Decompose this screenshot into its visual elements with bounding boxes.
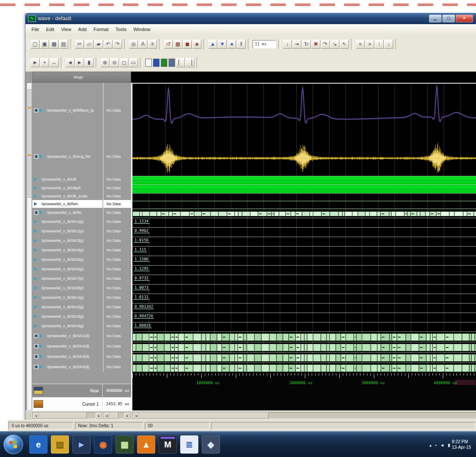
collapse-time-icon[interactable]: » [365, 40, 374, 49]
signal-row[interactable]: /qrswavelet_v_tb/SK3(d) [32, 351, 103, 362]
tray-icon[interactable]: ▮ [448, 443, 450, 448]
goto-icon[interactable]: A [138, 40, 147, 49]
expander-icon[interactable] [34, 344, 38, 348]
wave-lane-busthin[interactable] [132, 209, 476, 218]
wave-lane-low[interactable] [132, 193, 476, 201]
media-player-icon[interactable]: ► [72, 435, 91, 454]
wave-lane-value[interactable]: 0.9732 [132, 275, 476, 284]
folder-icon[interactable]: ▤ [51, 435, 69, 454]
examine-icon[interactable]: ◈ [192, 40, 201, 49]
signal-row[interactable]: /qrswavelet_v_tb/clk [32, 175, 103, 184]
vertical-scrollbar[interactable] [27, 83, 32, 410]
lock-icon[interactable]: ‖ [237, 40, 246, 49]
show-values-icon[interactable] [153, 59, 160, 67]
values-hscrollbar[interactable]: ◄► [103, 412, 131, 419]
add-cursor-icon[interactable]: ● [227, 40, 236, 49]
pdf-reader-icon[interactable]: ◆ [202, 435, 220, 454]
wave-lane-value[interactable]: 0.994726 [132, 313, 476, 322]
wave-lane-value[interactable]: 1.00826 [132, 322, 476, 332]
expander-icon[interactable] [34, 210, 38, 215]
wave-lane-value[interactable]: 1.1234 [132, 218, 476, 227]
minimize-button[interactable]: ▁ [429, 15, 442, 22]
menu-item-tools[interactable]: Tools [112, 25, 130, 33]
snap-icon[interactable]: ▕ [185, 58, 194, 67]
run-length-field[interactable]: 11 ms [253, 40, 276, 48]
wave-lane-value[interactable]: 1.0073 [132, 284, 476, 294]
step-out-icon[interactable]: ↖ [340, 40, 349, 49]
cursor-row[interactable]: Cursor 1 2453.95 us [32, 397, 131, 410]
names-hscrollbar[interactable]: ◄► [32, 412, 103, 419]
display-grid-icon[interactable] [169, 59, 175, 67]
notes-icon[interactable]: ▦ [116, 435, 134, 454]
next-edge-icon[interactable]: ► [75, 58, 84, 67]
new-file-icon[interactable]: ▢ [31, 40, 40, 49]
tray-icon[interactable]: ▴ [429, 443, 432, 448]
close-button[interactable]: ✕ [456, 15, 473, 22]
continue-icon[interactable]: ⇥ [292, 40, 301, 49]
signal-row[interactable]: /qrswavelet_v_tb/fsm [32, 200, 103, 208]
vertical-scrollbar-thumb[interactable] [28, 89, 32, 198]
wave-hscrollbar[interactable]: ◄ [132, 412, 476, 419]
wave-lane-value[interactable]: 1.1506 [132, 256, 476, 265]
wave-lane-value[interactable]: 1.0156 [132, 237, 476, 246]
signal-row[interactable]: /qrswavelet_v_tb/SK4(g) [32, 321, 103, 331]
menu-item-view[interactable]: View [58, 25, 75, 33]
wave-lane-value[interactable]: 1.1295 [132, 265, 476, 275]
find-icon[interactable]: ◎ [129, 40, 138, 49]
menu-item-add[interactable]: Add [75, 25, 90, 33]
expand-time-icon[interactable]: « [356, 40, 365, 49]
menu-item-edit[interactable]: Edit [43, 25, 58, 33]
wave-lane-analog-purple[interactable] [132, 84, 476, 139]
signal-row[interactable]: /qrswavelet_v_tb/SK1(d) [32, 331, 103, 341]
run-sim-icon[interactable]: ▦ [173, 40, 182, 49]
expander-icon[interactable] [34, 108, 38, 113]
zoom-range-icon[interactable]: ▭ [129, 58, 138, 67]
undo-icon[interactable]: ↶ [103, 40, 113, 49]
internet-explorer-icon[interactable]: e [29, 435, 47, 454]
signal-row[interactable]: /qrswavelet_v_tb/SK2(d) [32, 341, 103, 351]
next-page-icon[interactable]: ↓ [384, 40, 393, 49]
column-header[interactable]: Msgs [32, 72, 131, 83]
wave-lane-value[interactable]: 0.981342 [132, 303, 476, 313]
wave-lane-value[interactable]: 1.115 [132, 246, 476, 256]
signal-row[interactable]: /qrswavelet_v_tb/SK5(p) [32, 255, 103, 264]
zoom-in-icon[interactable]: ⊕ [100, 58, 110, 67]
redo-icon[interactable]: ↷ [113, 40, 122, 49]
open-file-icon[interactable]: ▣ [40, 40, 49, 49]
run-icon[interactable]: ↓ [283, 40, 292, 49]
signal-row[interactable]: /qrswavelet_v_tb/SK8(p) [32, 283, 103, 293]
run-all-icon[interactable]: ↻ [302, 40, 311, 49]
wave-lane-clk[interactable] [132, 185, 476, 193]
tray-icon[interactable]: ◄ [440, 443, 445, 448]
signal-row[interactable]: /qrswavelet_v_tb/SK6(p) [32, 264, 103, 274]
wave-lane-analog-yellow[interactable] [132, 139, 476, 176]
show-names-icon[interactable] [145, 59, 152, 67]
zoom-full-icon[interactable]: ◻ [119, 58, 128, 67]
zoom-out-icon[interactable]: ⊖ [110, 58, 119, 67]
word-document-icon[interactable]: ≣ [180, 435, 198, 454]
break-icon[interactable]: ✖ [311, 40, 320, 49]
modelsim-icon[interactable]: ▲ [137, 435, 155, 454]
window-titlebar[interactable]: ∿ wave - default ▁ ▢ ✕ [25, 13, 476, 24]
signal-row[interactable]: /qrswavelet_v_tb/fsr [32, 208, 103, 217]
signal-row[interactable]: /qrswavelet_v_tb/SK4(d) [32, 362, 103, 372]
prev-transition-icon[interactable]: ▲ [208, 40, 217, 49]
timeline-ruler[interactable]: 1000000 us2000000 us3000000 us4000000 us [132, 372, 476, 410]
signal-row[interactable]: /qrswavelet_v_tb/SK1(p) [32, 217, 103, 226]
next-transition-icon[interactable]: ▼ [218, 40, 227, 49]
stop-icon[interactable]: ◼ [183, 40, 192, 49]
menu-item-window[interactable]: Window [130, 25, 153, 33]
wave-lane-clk[interactable] [132, 176, 476, 185]
cursor-mode-icon[interactable]: ▏ [176, 58, 185, 67]
signal-row[interactable]: /qrswavelet_v_tb/SK7(p) [32, 274, 103, 283]
zoom-tool-icon[interactable]: + [40, 58, 49, 67]
expander-icon[interactable] [34, 334, 38, 338]
show-waves-icon[interactable] [161, 59, 167, 67]
wave-lane-bus[interactable] [132, 352, 476, 363]
tray-icon[interactable]: ▪ [435, 443, 437, 448]
expander-icon[interactable] [34, 154, 38, 159]
menu-item-format[interactable]: Format [90, 25, 112, 33]
wave-lane-bus[interactable] [132, 363, 476, 373]
cut-icon[interactable]: ✂ [75, 40, 84, 49]
copy-icon[interactable]: ▱ [85, 40, 94, 49]
